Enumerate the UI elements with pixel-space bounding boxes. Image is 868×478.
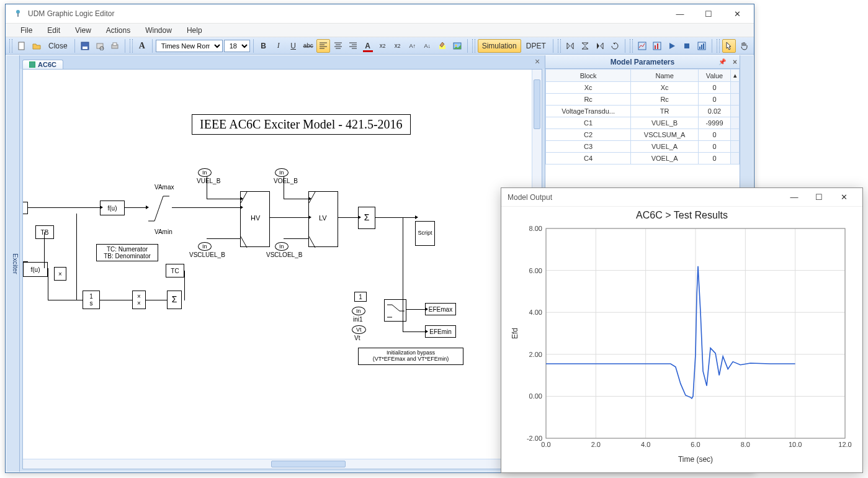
table-cell[interactable]: VSCLSUM_A xyxy=(631,129,699,141)
block-hv[interactable]: HV xyxy=(240,191,270,247)
minimize-button[interactable]: — xyxy=(666,4,694,24)
pointer-icon[interactable] xyxy=(722,39,736,53)
italic-icon[interactable]: I xyxy=(272,39,285,53)
block-efemax[interactable]: EFEmax xyxy=(425,303,456,315)
col-block[interactable]: Block xyxy=(546,70,631,82)
flip-h-icon[interactable] xyxy=(563,39,577,53)
model-output-window[interactable]: Model Output — ☐ ✕ AC6C > Test Results 0… xyxy=(501,187,863,473)
col-value[interactable]: Value xyxy=(699,70,731,82)
toolbar-grip-3[interactable] xyxy=(472,39,475,53)
block-tc[interactable]: TC xyxy=(166,264,184,277)
table-cell[interactable]: -9999 xyxy=(699,117,731,129)
block-one[interactable]: 1 xyxy=(354,292,367,302)
canvas[interactable]: IEEE AC6C Exciter Model - 421.5-2016 In … xyxy=(22,69,542,469)
results-icon[interactable] xyxy=(695,39,709,53)
table-cell[interactable]: Rc xyxy=(631,94,699,106)
font-color-icon[interactable]: A xyxy=(361,39,375,53)
pin-icon[interactable]: 📌 xyxy=(718,58,726,65)
scrollbar-horizontal[interactable] xyxy=(23,459,532,469)
scroll-thumb-v[interactable] xyxy=(534,79,540,129)
toolbar-grip-6[interactable] xyxy=(717,39,720,53)
block-mult2[interactable]: × xyxy=(54,267,66,281)
table-row[interactable]: VoltageTransdu...TR0.02 xyxy=(546,106,740,117)
simulation-button[interactable]: Simulation xyxy=(478,39,521,53)
block-script[interactable]: Script xyxy=(415,221,435,246)
font-family-select[interactable]: Times New Roman xyxy=(156,40,223,52)
table-row[interactable]: C2VSCLSUM_A0 xyxy=(546,129,740,141)
font-label-icon[interactable]: A xyxy=(135,39,149,53)
close-doc-button[interactable]: Close xyxy=(45,39,71,53)
chart2-icon[interactable] xyxy=(650,39,664,53)
subscript-icon[interactable]: x2 xyxy=(376,39,390,53)
block-input-top[interactable] xyxy=(22,202,28,214)
font-size-select[interactable]: 18 xyxy=(224,40,250,52)
pan-icon[interactable] xyxy=(737,39,751,53)
output-maximize-button[interactable]: ☐ xyxy=(807,187,831,207)
table-cell[interactable]: 0 xyxy=(699,141,731,153)
table-cell[interactable]: C2 xyxy=(546,129,631,141)
table-cell[interactable]: 0 xyxy=(699,129,731,141)
play-icon[interactable] xyxy=(665,39,679,53)
table-cell[interactable]: Xc xyxy=(631,82,699,94)
table-cell[interactable]: VUEL_A xyxy=(631,141,699,153)
close-button[interactable]: ✕ xyxy=(723,4,751,24)
table-cell[interactable]: C1 xyxy=(546,117,631,129)
menu-view[interactable]: View xyxy=(68,25,99,36)
increase-font-icon[interactable]: A↑ xyxy=(406,39,419,53)
menu-actions[interactable]: Actions xyxy=(99,25,138,36)
table-cell[interactable]: 0 xyxy=(699,153,731,165)
block-fu[interactable]: f(u) xyxy=(100,201,125,215)
table-cell[interactable]: Xc xyxy=(546,82,631,94)
rotate-icon[interactable] xyxy=(608,39,622,53)
block-lv[interactable]: LV xyxy=(308,191,338,247)
block-efemin[interactable]: EFEmin xyxy=(425,325,456,338)
col-name[interactable]: Name xyxy=(631,70,699,82)
block-integrator[interactable]: 1 s xyxy=(83,291,100,309)
block-mult1[interactable]: ×× xyxy=(132,291,146,309)
output-close-button[interactable]: ✕ xyxy=(831,187,856,207)
table-row[interactable]: C1VUEL_B-9999 xyxy=(546,117,740,129)
block-saturation[interactable] xyxy=(146,191,172,226)
block-sum1[interactable]: Σ xyxy=(167,291,182,309)
maximize-button[interactable]: ☐ xyxy=(694,4,723,24)
print-preview-icon[interactable] xyxy=(93,39,107,53)
bold-icon[interactable]: B xyxy=(257,39,271,53)
mirror-icon[interactable] xyxy=(593,39,607,53)
align-left-icon[interactable] xyxy=(316,39,330,53)
toolbar-grip-5[interactable] xyxy=(630,39,633,53)
table-cell[interactable]: VUEL_B xyxy=(631,117,699,129)
strikethrough-icon[interactable]: abc xyxy=(302,39,315,53)
menu-edit[interactable]: Edit xyxy=(40,25,68,36)
chart1-icon[interactable] xyxy=(635,39,649,53)
output-minimize-button[interactable]: — xyxy=(782,187,807,207)
table-cell[interactable]: 0.02 xyxy=(699,106,731,117)
dpet-button[interactable]: DPET xyxy=(522,39,550,53)
superscript-icon[interactable]: x2 xyxy=(391,39,405,53)
panel-title[interactable]: Model Parameters 📌 × xyxy=(545,55,740,69)
align-center-icon[interactable] xyxy=(331,39,345,53)
table-cell[interactable]: C3 xyxy=(546,141,631,153)
output-titlebar[interactable]: Model Output — ☐ ✕ xyxy=(501,188,862,207)
scroll-thumb-h[interactable] xyxy=(271,461,346,467)
table-cell[interactable]: VOEL_A xyxy=(631,153,699,165)
new-icon[interactable] xyxy=(15,39,29,53)
side-tab-exciter[interactable]: Exciter xyxy=(6,55,20,472)
toolbar-grip[interactable] xyxy=(9,39,12,53)
toolbar-grip-2[interactable] xyxy=(130,39,133,53)
print-icon[interactable] xyxy=(108,39,122,53)
menu-file[interactable]: File xyxy=(13,25,40,36)
doc-tab-close-icon[interactable]: × xyxy=(532,56,542,66)
table-cell[interactable]: Rc xyxy=(546,94,631,106)
table-cell[interactable]: C4 xyxy=(546,153,631,165)
open-icon[interactable] xyxy=(30,39,43,53)
titlebar[interactable]: UDM Graphic Logic Editor — ☐ ✕ xyxy=(6,4,754,24)
toolbar-grip-4[interactable] xyxy=(558,39,561,53)
decrease-font-icon[interactable]: A↓ xyxy=(421,39,434,53)
table-row[interactable]: C3VUEL_A0 xyxy=(546,141,740,153)
menu-window[interactable]: Window xyxy=(138,25,179,36)
align-right-icon[interactable] xyxy=(346,39,360,53)
table-row[interactable]: C4VOEL_A0 xyxy=(546,153,740,165)
highlight-icon[interactable] xyxy=(436,39,449,53)
block-tb[interactable]: TB xyxy=(35,225,54,239)
insert-image-icon[interactable] xyxy=(450,39,464,53)
